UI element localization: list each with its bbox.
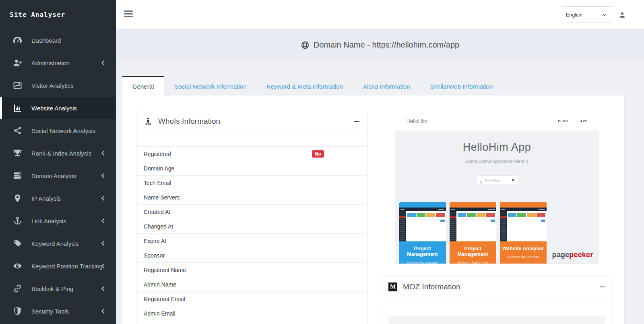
mini-dashboard-thumbnail (450, 208, 496, 241)
tags-icon (10, 238, 24, 249)
collapse-minus-icon[interactable] (354, 118, 360, 124)
preview-search-box: Search App ✕ (477, 176, 518, 185)
chevron-left-icon (100, 308, 106, 314)
user-icon[interactable] (618, 11, 626, 19)
sidebar-item-social-network-analysis[interactable]: Social Network Analysis (0, 119, 116, 142)
app-card-title: Project Management (450, 246, 496, 257)
sidebar-item-ip-analysis[interactable]: IP Analysis (0, 187, 116, 210)
sidebar: Site Analyser Dashboard Administration V… (0, 0, 116, 324)
shield-icon (10, 306, 24, 316)
collapse-minus-icon[interactable] (600, 284, 605, 290)
hamburger-menu-icon[interactable] (124, 10, 133, 19)
tab-alexa-information[interactable]: Alexa Information (353, 76, 420, 96)
app-card-subtitle: Website Builder for building (450, 261, 496, 264)
preview-app-cards: Project Management System for manage pro… (399, 202, 547, 264)
table-row: Registrant Email (136, 291, 367, 306)
sidebar-item-website-analysis[interactable]: Website Analysis (0, 97, 116, 119)
close-icon: ✕ (512, 179, 515, 182)
sidebar-item-label: Website Analysis (31, 105, 77, 112)
app-card-title: Project Management (399, 246, 446, 257)
sidebar-item-label: Rank & Index Analysis (31, 150, 91, 157)
table-row: Registrant Name (136, 262, 367, 277)
row-label: Tech Email (144, 180, 171, 186)
preview-hero: HelloHim App Some Useful Application Her… (395, 131, 599, 264)
status-badge: No (312, 150, 324, 158)
table-row: Admin Email (136, 306, 367, 320)
sidebar-item-security-tools[interactable]: Security Tools (0, 300, 116, 322)
search-icon (479, 179, 483, 182)
chevron-down-icon (602, 12, 607, 17)
line-chart-icon (10, 80, 24, 91)
app-card-title: Website Analyser (500, 246, 547, 251)
sidebar-item-keyword-position-tracking[interactable]: Keyword Position Tracking (0, 255, 116, 277)
table-row: Expire At (136, 233, 367, 248)
sidebar-item-label: Backlink & Ping (31, 285, 73, 292)
preview-search-placeholder: Search App (485, 179, 500, 182)
chevron-left-icon (100, 240, 106, 247)
topbar: English (116, 0, 644, 29)
app-card-website-analyser: Website Analyser Analyse the website (500, 202, 547, 264)
row-label: Name Servers (144, 194, 180, 201)
chevron-left-icon (100, 195, 106, 201)
domain-header: Domain Name - https://hellohim.com/app (116, 29, 644, 61)
language-select[interactable]: English (561, 6, 612, 23)
preview-nav-blog: BLOG (558, 119, 568, 123)
chevron-left-icon (100, 218, 106, 224)
whois-card-title: WhoIs Information (158, 117, 220, 126)
table-row: Tech Email (136, 175, 367, 190)
preview-nav-app: APP (580, 119, 588, 123)
sidebar-item-backlink-ping[interactable]: Backlink & Ping (0, 277, 116, 300)
row-label: Registrant Email (144, 296, 185, 302)
sidebar-item-domain-analysis[interactable]: Domain Analysis (0, 164, 116, 187)
anchor-icon (10, 216, 24, 226)
website-preview-thumbnail[interactable]: HelloHim BLOG APP HelloHim App Some Usef… (395, 111, 599, 264)
right-column: HelloHim BLOG APP HelloHim App Some Usef… (381, 111, 613, 324)
moz-card: M MOZ Information (381, 276, 613, 324)
row-label: Expire At (144, 238, 166, 244)
server-icon (10, 170, 24, 181)
moz-icon: M (388, 282, 397, 291)
row-label: Registrant Name (144, 267, 186, 273)
tab-social-network-information[interactable]: Social Network Information (164, 76, 256, 96)
sidebar-item-visitor-analytics[interactable]: Visitor Analytics (0, 74, 116, 97)
tab-bar: General Social Network Information Keywo… (122, 76, 503, 96)
chain-icon (10, 283, 24, 294)
moz-row-partial (388, 316, 605, 324)
chevron-left-icon (100, 150, 106, 156)
whois-blank-row (136, 131, 367, 146)
globe-icon (301, 41, 310, 50)
pagepeeker-watermark: pagepeeker (552, 251, 593, 259)
sidebar-item-label: Social Network Analysis (31, 127, 95, 134)
sidebar-item-keyword-analysis[interactable]: Keyword Analysis (0, 232, 116, 255)
table-row: Created At (136, 204, 367, 219)
domain-header-text: Domain Name - https://hellohim.com/app (314, 40, 459, 50)
map-pin-icon (10, 193, 24, 204)
mini-dashboard-thumbnail (500, 208, 547, 241)
sidebar-item-label: Security Tools (31, 308, 69, 315)
row-label: Registered (144, 151, 171, 157)
sidebar-item-label: Keyword Position Tracking (31, 263, 103, 270)
tab-content-panel: WhoIs Information Registered No Domain A… (122, 96, 625, 324)
row-label: Admin Name (144, 281, 176, 288)
tab-similarweb-information[interactable]: SimilarWeb Information (420, 76, 503, 96)
sidebar-item-rank-index-analysis[interactable]: Rank & Index Analysis (0, 142, 116, 164)
sidebar-item-dashboard[interactable]: Dashboard (0, 29, 116, 52)
tab-keyword-meta-information[interactable]: Keyword & Meta Information (257, 76, 353, 96)
street-view-icon (144, 117, 153, 126)
table-row: Name Servers (136, 190, 367, 204)
tab-general[interactable]: General (122, 76, 164, 96)
sidebar-item-administration[interactable]: Administration (0, 52, 116, 74)
language-selected-value: English (566, 12, 582, 18)
preview-heading: HelloHim App (395, 141, 599, 154)
row-label: Sponsor (144, 252, 165, 259)
trophy-icon (10, 148, 24, 158)
eye-icon (10, 261, 24, 271)
whois-card: WhoIs Information Registered No Domain A… (136, 111, 367, 324)
table-row: Registered No (136, 146, 367, 161)
whois-card-header: WhoIs Information (136, 111, 367, 131)
sidebar-item-link-analysis[interactable]: Link Analysis (0, 210, 116, 232)
sidebar-item-label: Dashboard (31, 37, 61, 44)
app-card-project-management-orange: Project Management Website Builder for b… (450, 202, 496, 264)
preview-subheading: Some Useful Application Here :) (395, 159, 599, 164)
chevron-left-icon (100, 285, 106, 292)
